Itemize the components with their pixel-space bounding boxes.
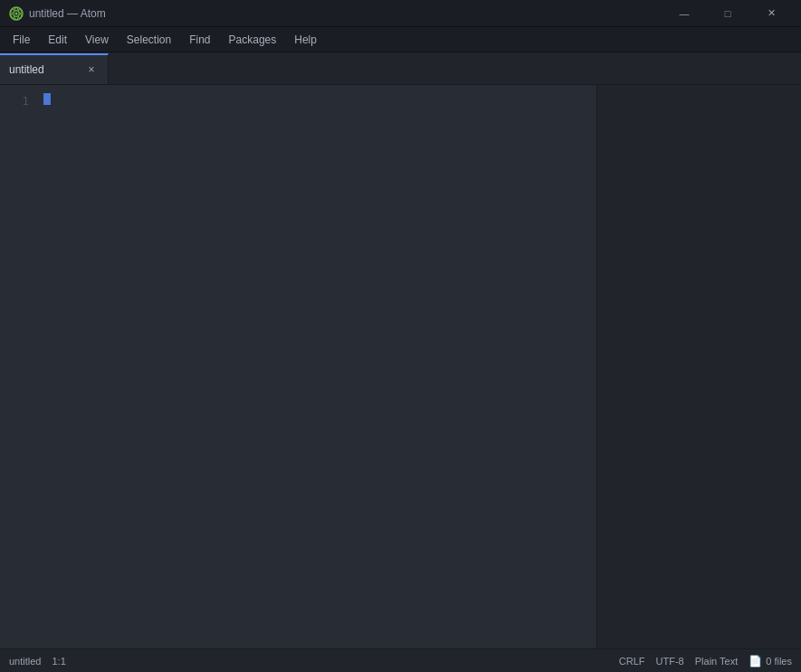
menu-file[interactable]: File bbox=[4, 30, 39, 50]
filename-label: untitled bbox=[9, 656, 41, 667]
minimize-button[interactable]: ― bbox=[663, 0, 705, 27]
tab-untitled[interactable]: untitled × bbox=[0, 53, 109, 84]
status-left: untitled 1:1 bbox=[9, 656, 66, 667]
menu-find[interactable]: Find bbox=[180, 30, 219, 50]
menu-selection[interactable]: Selection bbox=[118, 30, 180, 50]
status-right: CRLF UTF-8 Plain Text 📄 0 files bbox=[619, 655, 792, 667]
menu-view[interactable]: View bbox=[76, 30, 118, 50]
close-button[interactable]: ✕ bbox=[750, 0, 792, 27]
window-title: untitled — Atom bbox=[29, 7, 663, 20]
status-grammar[interactable]: Plain Text bbox=[695, 656, 739, 667]
line-number: 1 bbox=[0, 92, 29, 111]
line-number-gutter: 1 bbox=[0, 85, 36, 648]
text-cursor bbox=[43, 93, 51, 105]
menu-bar: File Edit View Selection Find Packages H… bbox=[0, 27, 801, 52]
status-bar: untitled 1:1 CRLF UTF-8 Plain Text 📄 0 f… bbox=[0, 648, 801, 672]
tab-close-button[interactable]: × bbox=[84, 62, 99, 77]
maximize-button[interactable]: □ bbox=[707, 0, 749, 27]
status-filename[interactable]: untitled bbox=[9, 656, 41, 667]
status-line-endings[interactable]: CRLF bbox=[619, 656, 645, 667]
tab-bar: untitled × bbox=[0, 52, 801, 85]
status-cursor-position[interactable]: 1:1 bbox=[52, 656, 65, 667]
editor-pane[interactable] bbox=[36, 85, 596, 648]
right-panel bbox=[597, 85, 801, 648]
title-bar: untitled — Atom ― □ ✕ bbox=[0, 0, 801, 27]
cursor-pos-label: 1:1 bbox=[52, 656, 65, 667]
grammar-label: Plain Text bbox=[695, 656, 739, 667]
tab-title: untitled bbox=[9, 63, 79, 76]
menu-packages[interactable]: Packages bbox=[220, 30, 286, 50]
files-label: 0 files bbox=[766, 656, 792, 667]
status-encoding[interactable]: UTF-8 bbox=[656, 656, 684, 667]
status-files[interactable]: 📄 0 files bbox=[749, 655, 792, 667]
menu-help[interactable]: Help bbox=[285, 30, 326, 50]
svg-point-4 bbox=[15, 12, 18, 14]
line-endings-label: CRLF bbox=[619, 656, 645, 667]
window-controls: ― □ ✕ bbox=[663, 0, 792, 27]
menu-edit[interactable]: Edit bbox=[39, 30, 76, 50]
editor-container: 1 bbox=[0, 85, 801, 648]
encoding-label: UTF-8 bbox=[656, 656, 684, 667]
file-icon: 📄 bbox=[749, 655, 762, 667]
app-icon bbox=[9, 6, 24, 21]
